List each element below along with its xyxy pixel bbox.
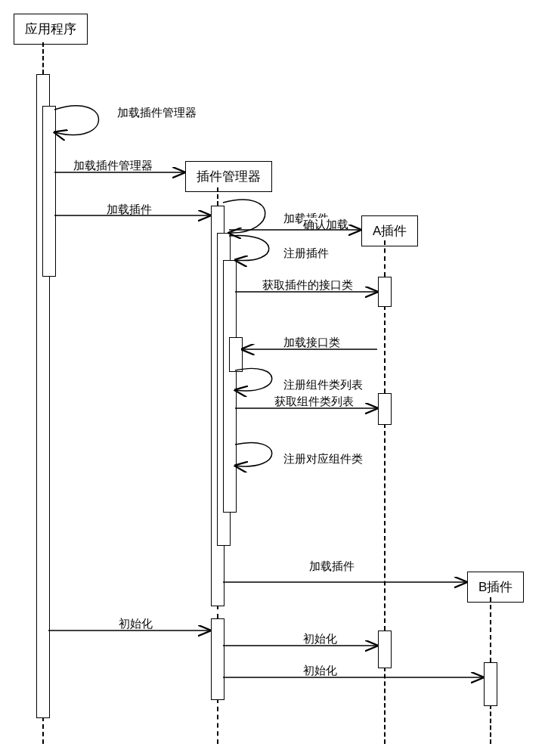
participant-plugin-a: A插件 bbox=[361, 215, 418, 246]
participant-app: 应用程序 bbox=[14, 14, 88, 45]
label-register-component-list: 注册组件类列表 bbox=[283, 378, 364, 392]
label-load-plugin-manager: 加载插件管理器 bbox=[73, 159, 153, 173]
label-load-interface: 加载接口类 bbox=[283, 336, 341, 350]
activation-a-interface bbox=[378, 277, 392, 307]
label-load-plugin: 加载插件 bbox=[106, 203, 153, 217]
label-get-component-list: 获取组件类列表 bbox=[274, 395, 355, 409]
lifeline-a-2 bbox=[384, 305, 386, 393]
label-load-plugin-manager-self: 加载插件管理器 bbox=[116, 106, 197, 120]
lifeline-app-bottom bbox=[42, 717, 44, 744]
lifeline-manager-top bbox=[217, 187, 218, 206]
label-register-plugin: 注册插件 bbox=[283, 246, 330, 261]
arrows-overlay bbox=[0, 0, 545, 756]
participant-plugin-b: B插件 bbox=[467, 572, 524, 603]
activation-b-init bbox=[484, 662, 497, 706]
label-get-plugin-interface: 获取插件的接口类 bbox=[262, 278, 354, 293]
label-initialize-b: 初始化 bbox=[302, 664, 338, 678]
participant-manager: 插件管理器 bbox=[185, 161, 272, 192]
label-initialize-a: 初始化 bbox=[302, 632, 338, 646]
label-initialize: 初始化 bbox=[118, 617, 153, 631]
activation-a-componentlist bbox=[378, 393, 392, 425]
lifeline-b-1 bbox=[490, 597, 491, 662]
lifeline-a-3 bbox=[384, 423, 386, 631]
lifeline-manager-bottom bbox=[217, 699, 218, 744]
activation-manager-inner2 bbox=[223, 260, 237, 513]
lifeline-b-2 bbox=[490, 705, 491, 744]
lifeline-a-4 bbox=[384, 667, 386, 744]
activation-app-inner bbox=[42, 106, 56, 277]
activation-manager-init bbox=[211, 618, 225, 700]
lifeline-app-top bbox=[42, 42, 44, 74]
label-confirm-load: 确认加载 bbox=[302, 218, 349, 232]
activation-a-init bbox=[378, 631, 392, 668]
lifeline-a-1 bbox=[384, 240, 386, 277]
lifeline-manager-mid bbox=[217, 605, 218, 618]
activation-manager-load-interface bbox=[229, 337, 243, 372]
label-load-plugin-b: 加载插件 bbox=[308, 559, 355, 574]
label-register-corresponding-component: 注册对应组件类 bbox=[283, 452, 364, 466]
